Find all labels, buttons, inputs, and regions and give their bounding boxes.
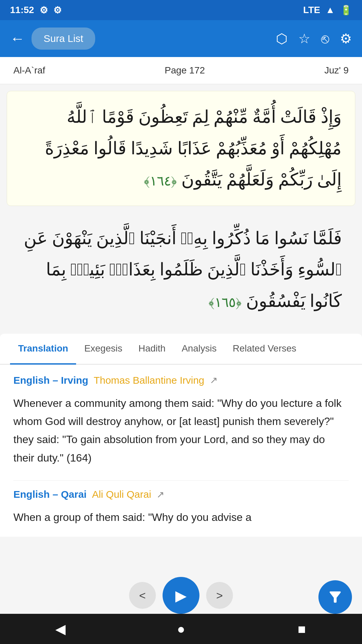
top-nav: ← Sura List ⬡ ☆ ⎋ ⚙ [0,20,362,57]
translator-2-name-gold: Ali Quli Qarai [92,489,151,500]
play-button[interactable]: ▶ [163,577,199,614]
verse-number-1: ﴿١٦٤﴾ [144,169,177,193]
sura-list-button[interactable]: Sura List [32,28,95,50]
settings-icon-1: ⚙ [40,5,48,16]
tab-translation[interactable]: Translation [10,334,76,365]
juz-label: Juz' 9 [324,65,349,76]
bottom-nav: ◀ ● ■ [0,614,362,644]
nav-recent-button[interactable]: ■ [288,615,315,642]
nav-back-button[interactable]: ◀ [47,615,74,642]
back-button[interactable]: ← [10,31,25,46]
translator-2-text-partial: When a group of them said: "Why do you a… [13,508,349,526]
next-button[interactable]: > [206,582,233,609]
translation-content: English – Irving Thomas Ballantine Irvin… [0,365,362,537]
nav-home-button[interactable]: ● [168,615,194,642]
share-icon[interactable]: ⎋ [321,31,329,46]
status-time: 11:52 [10,5,34,15]
translator-1-text: Whenever a community among them said: "W… [13,394,349,467]
arabic-verse-2-text: فَلَمَّا نَسُوا مَا ذُكِّرُوا بِهِۦٓ أَن… [20,223,342,317]
external-link-icon-2[interactable]: ↗ [157,489,164,500]
translator-1-name-gold: Thomas Ballantine Irving [94,375,204,386]
translator-2-name-blue: English – Qarai [13,489,86,500]
arabic-verse-1-section: وَإِذْ قَالَتْ أُمَّةٌ مِّنْهُمْ لِمَ تَ… [7,91,355,206]
translator-1-name-blue: English – Irving [13,375,88,386]
signal-icon: ▲ [325,5,335,15]
settings-icon-2: ⚙ [53,5,62,16]
nav-left: ← Sura List [10,28,95,50]
surah-name: Al-A`raf [13,65,45,76]
verse-number-2: ﴿١٦٥﴾ [208,290,242,315]
arabic-verse-2-section: فَلَمَّا نَسُوا مَا ذُكِّرُوا بِهِۦٓ أَن… [7,213,355,327]
tab-related-verses[interactable]: Related Verses [225,334,304,365]
export-icon[interactable]: ⬡ [276,31,288,46]
arabic-verse-1-text: وَإِذْ قَالَتْ أُمَّةٌ مِّنْهُمْ لِمَ تَ… [20,101,342,196]
battery-icon: 🔋 [340,5,352,16]
filter-button[interactable] [318,580,352,614]
status-left: 11:52 ⚙ ⚙ [10,5,62,16]
filter-icon [327,589,344,605]
translator-1-header: English – Irving Thomas Ballantine Irvin… [13,375,349,386]
translator-2-section: English – Qarai Ali Quli Qarai ↗ When a … [13,480,349,526]
tab-analysis[interactable]: Analysis [174,334,225,365]
nav-right: ⬡ ☆ ⎋ ⚙ [276,31,352,46]
network-label: LTE [303,5,320,15]
page-label: Page 172 [165,65,205,76]
playback-bar: < ▶ > [129,577,233,614]
tab-exegesis[interactable]: Exegesis [76,334,130,365]
tab-hadith[interactable]: Hadith [130,334,174,365]
tabs-container: Translation Exegesis Hadith Analysis Rel… [0,334,362,537]
tabs-row: Translation Exegesis Hadith Analysis Rel… [0,334,362,365]
external-link-icon-1[interactable]: ↗ [210,375,218,386]
settings-icon[interactable]: ⚙ [340,31,352,46]
status-bar: 11:52 ⚙ ⚙ LTE ▲ 🔋 [0,0,362,20]
translator-2-header: English – Qarai Ali Quli Qarai ↗ [13,489,349,500]
content-area: Al-A`raf Page 172 Juz' 9 وَإِذْ قَالَتْ … [0,57,362,644]
page-header: Al-A`raf Page 172 Juz' 9 [0,57,362,84]
star-icon[interactable]: ☆ [298,31,310,46]
prev-button[interactable]: < [129,582,156,609]
status-right: LTE ▲ 🔋 [303,5,352,16]
